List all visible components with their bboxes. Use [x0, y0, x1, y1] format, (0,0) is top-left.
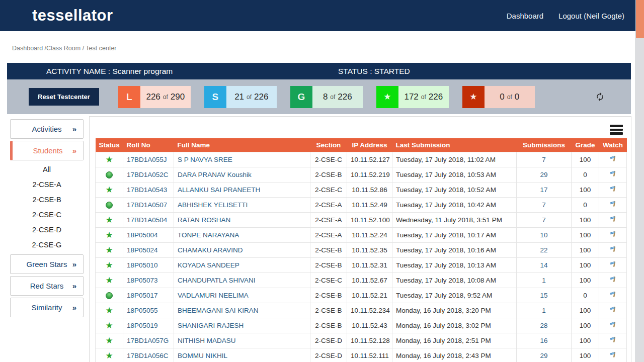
submissions-link[interactable]: 28	[540, 322, 547, 329]
roll-no-link[interactable]: 17BD1A0543	[127, 186, 167, 194]
grade-cell: 100	[572, 333, 599, 348]
sidebar-filter-all[interactable]: All	[10, 162, 84, 177]
watch-icon[interactable]	[609, 202, 617, 210]
sidebar-item-activities[interactable]: Activities»	[10, 119, 84, 139]
breadcrumb[interactable]: Dashboard /Class Room / Test center	[12, 45, 635, 52]
watch-icon[interactable]	[609, 217, 617, 225]
watch-icon[interactable]	[609, 157, 617, 164]
watch-icon[interactable]	[609, 293, 617, 300]
section-cell: 2-CSE-C	[310, 152, 347, 167]
full-name-link[interactable]: SHANIGARI RAJESH	[178, 322, 244, 329]
submissions-link[interactable]: 29	[540, 352, 547, 359]
sidebar-filter-2-cse-a[interactable]: 2-CSE-A	[10, 177, 84, 192]
reset-testcenter-button[interactable]: Reset Testcenter	[29, 88, 99, 106]
submissions-cell: 1	[517, 303, 572, 318]
sidebar-item-students[interactable]: Students»	[10, 141, 84, 160]
submissions-link[interactable]: 29	[540, 171, 547, 178]
table-row: ★17BD1A0543ALLANKU SAI PRANEETH2-CSE-C10…	[96, 182, 627, 197]
full-name-link[interactable]: BHEEMAGANI SAI KIRAN	[178, 307, 259, 314]
submissions-link[interactable]: 15	[540, 292, 547, 299]
roll-no-link[interactable]: 18P05004	[127, 231, 158, 239]
roll-no-link[interactable]: 17BD1A0504	[127, 216, 167, 224]
hamburger-menu-icon[interactable]	[610, 125, 623, 136]
submissions-link[interactable]: 1	[542, 277, 546, 284]
sidebar-item-red-stars[interactable]: Red Stars»	[10, 276, 84, 296]
roll-no-link[interactable]: 17BD1A057G	[127, 337, 169, 344]
watch-icon[interactable]	[609, 308, 617, 315]
roll-no-cell: 18P05055	[123, 303, 174, 318]
full-name-link[interactable]: DARA PRANAV Koushik	[178, 171, 252, 178]
refresh-icon[interactable]	[595, 92, 605, 102]
submissions-link[interactable]: 10	[540, 231, 547, 239]
watch-icon[interactable]	[609, 232, 617, 240]
ip-address-cell: 10.11.52.219	[347, 167, 392, 182]
scrollbar-thumb[interactable]	[636, 0, 644, 38]
roll-no-link[interactable]: 18P05055	[127, 307, 158, 314]
roll-no-link[interactable]: 18P05017	[127, 292, 158, 299]
roll-no-cell: 17BD1A057G	[123, 333, 174, 348]
full-name-link[interactable]: CHAMAKU ARAVIND	[178, 246, 243, 254]
full-name-link[interactable]: KOYADA SANDEEP	[178, 261, 239, 269]
roll-no-link[interactable]: 17BD1A052C	[127, 171, 169, 178]
full-name-link[interactable]: BOMMU NIKHIL	[178, 352, 227, 359]
section-cell: 2-CSE-C	[310, 182, 347, 197]
submissions-link[interactable]: 14	[540, 261, 547, 269]
submissions-cell: 29	[517, 348, 572, 362]
table-row: ★18P05024CHAMAKU ARAVIND2-CSE-B10.11.52.…	[96, 242, 627, 257]
submissions-link[interactable]: 16	[540, 337, 547, 344]
full-name-link[interactable]: ABHISHEK YELISETTI	[178, 201, 248, 209]
sidebar-item-label: Activities	[32, 125, 61, 133]
full-name-link[interactable]: TONPE NARAYANA	[178, 231, 239, 239]
sidebar-filter-2-cse-d[interactable]: 2-CSE-D	[10, 222, 84, 237]
watch-cell	[599, 167, 627, 182]
submissions-link[interactable]: 7	[542, 216, 546, 224]
scrollbar-track[interactable]	[635, 0, 644, 362]
nav-link-logout[interactable]: Logout (Neil Gogte)	[558, 12, 624, 20]
sidebar-item-green-stars[interactable]: Green Stars»	[10, 254, 84, 274]
roll-no-link[interactable]: 17BD1A056C	[127, 352, 169, 359]
roll-no-link[interactable]: 18P05019	[127, 322, 158, 329]
watch-icon[interactable]	[609, 323, 617, 330]
watch-cell	[599, 333, 627, 348]
status-cell: ★	[96, 348, 123, 362]
full-name-link[interactable]: RATAN ROSHAN	[178, 216, 230, 224]
sidebar-filter-2-cse-g[interactable]: 2-CSE-G	[10, 237, 84, 252]
full-name-link[interactable]: ALLANKU SAI PRANEETH	[178, 186, 260, 194]
sidebar-filter-2-cse-b[interactable]: 2-CSE-B	[10, 192, 84, 207]
roll-no-link[interactable]: 18P05024	[127, 246, 158, 254]
watch-icon[interactable]	[609, 172, 617, 179]
watch-icon[interactable]	[609, 353, 617, 360]
app-logo[interactable]: tessellator	[32, 7, 113, 25]
full-name-link[interactable]: NITHISH MADASU	[178, 337, 236, 344]
full-name-link[interactable]: VADLAMURI NEELIMA	[178, 292, 249, 299]
watch-icon[interactable]	[609, 278, 617, 285]
status-cell	[96, 197, 123, 212]
full-name-cell: ABHISHEK YELISETTI	[174, 197, 310, 212]
roll-no-link[interactable]: 17BD1A055J	[127, 156, 167, 163]
roll-no-link[interactable]: 17BD1A0507	[127, 201, 167, 209]
watch-icon[interactable]	[609, 187, 617, 195]
badge-g: G8of226	[290, 86, 363, 108]
green-star-icon: ★	[105, 306, 113, 315]
submissions-link[interactable]: 17	[540, 186, 547, 194]
submissions-link[interactable]: 22	[540, 246, 547, 254]
watch-cell	[599, 318, 627, 333]
full-name-link[interactable]: S P NAVYA SREE	[178, 156, 232, 163]
nav-link-dashboard[interactable]: Dashboard	[507, 12, 543, 20]
submissions-link[interactable]: 7	[542, 201, 546, 209]
green-star-icon: ★	[105, 321, 113, 330]
watch-icon[interactable]	[609, 338, 617, 345]
watch-icon[interactable]	[609, 262, 617, 270]
submissions-link[interactable]: 1	[542, 307, 546, 314]
sidebar-filter-2-cse-c[interactable]: 2-CSE-C	[10, 207, 84, 222]
status-cell	[96, 167, 123, 182]
activity-bar: ACTIVITY NAME : Scanner program STATUS :…	[7, 63, 631, 79]
roll-no-link[interactable]: 18P05010	[127, 261, 158, 269]
roll-no-link[interactable]: 18P05073	[127, 277, 158, 284]
watch-icon[interactable]	[609, 247, 617, 255]
roll-no-cell: 18P05004	[123, 227, 174, 242]
full-name-link[interactable]: CHANDUPATLA SHIVANI	[178, 277, 256, 284]
submissions-link[interactable]: 7	[542, 156, 546, 163]
sidebar-item-similarity[interactable]: Similarity»	[10, 298, 84, 317]
grade-cell: 100	[572, 318, 599, 333]
